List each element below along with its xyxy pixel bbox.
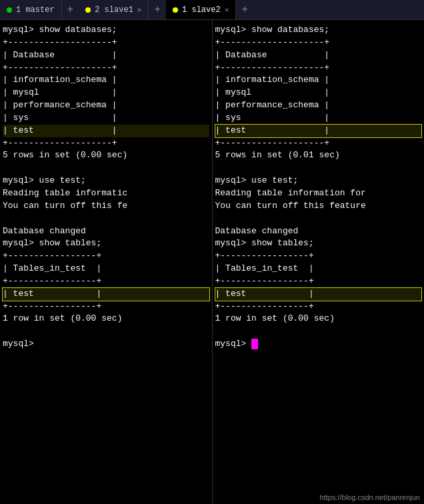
line-l-blank1 — [3, 162, 209, 175]
line-r-14: You can turn off this feature — [215, 200, 422, 213]
pane-right[interactable]: mysql> show databases; +----------------… — [213, 20, 425, 504]
terminal-area: mysql> show databases; +----------------… — [0, 20, 424, 504]
tab-dot-slave2 — [173, 7, 178, 13]
line-r-9: | test | — [215, 125, 422, 137]
line-l-16: mysql> show tables; — [3, 237, 209, 250]
line-l-9: | test | — [3, 125, 209, 137]
line-l-prompt: mysql> — [3, 338, 209, 351]
line-r-18: | Tables_in_test | — [215, 263, 422, 275]
line-l-19: +-----------------+ — [3, 275, 209, 288]
line-r-5: | information_schema | — [215, 74, 422, 87]
line-l-2: +--------------------+ — [3, 37, 209, 49]
tab-master[interactable]: 1 master — [0, 0, 62, 19]
line-l-14: You can turn off this fe — [3, 200, 209, 213]
tab-label-slave1: 2 slave1 — [95, 5, 133, 15]
tab-close-slave1[interactable]: ✕ — [137, 5, 142, 14]
line-r-blank1 — [215, 162, 422, 175]
line-l-5: | information_schema | — [3, 74, 209, 87]
line-r-blank2 — [215, 213, 422, 225]
line-l-15: Database changed — [3, 225, 209, 238]
line-l-7: | performance_schema | — [3, 99, 209, 112]
tab-close-slave2[interactable]: ✕ — [225, 5, 229, 14]
tab-add-1[interactable]: + — [62, 0, 79, 20]
tab-dot-master — [7, 7, 12, 13]
line-r-19: +-----------------+ — [215, 275, 422, 288]
line-r-7: | performance_schema | — [215, 99, 422, 112]
line-r-prompt: mysql> — [215, 338, 422, 351]
line-r-17: +-----------------+ — [215, 250, 422, 263]
line-r-1: mysql> show databases; — [215, 24, 422, 37]
line-l-8: | sys | — [3, 112, 209, 125]
line-r-6: | mysql | — [215, 87, 422, 99]
tab-label-slave2: 1 slave2 — [182, 5, 221, 15]
tab-add-3[interactable]: + — [236, 0, 253, 20]
line-r-3: | Database | — [215, 49, 422, 62]
line-r-2: +--------------------+ — [215, 37, 422, 49]
line-l-blank3 — [3, 325, 209, 338]
line-l-18: | Tables_in_test | — [3, 263, 209, 275]
line-r-15: Database changed — [215, 225, 422, 238]
line-r-20: | test | — [215, 288, 422, 301]
line-l-10: +--------------------+ — [3, 137, 209, 150]
line-l-12: mysql> use test; — [3, 175, 209, 187]
pane-left[interactable]: mysql> show databases; +----------------… — [0, 20, 213, 504]
tab-slave1[interactable]: 2 slave1 ✕ — [79, 0, 149, 19]
tab-label-master: 1 master — [16, 5, 55, 15]
line-r-16: mysql> show tables; — [215, 237, 422, 250]
watermark: https://blog.csdn.net/panrenjun — [320, 493, 420, 501]
line-l-11: 5 rows in set (0.00 sec) — [3, 149, 209, 162]
line-l-22: 1 row in set (0.00 sec) — [3, 313, 209, 325]
tab-add-2[interactable]: + — [149, 0, 166, 20]
tab-slave2[interactable]: 1 slave2 ✕ — [166, 0, 236, 19]
line-l-13: Reading table informatic — [3, 187, 209, 200]
line-l-20: | test | — [3, 288, 209, 301]
line-l-blank2 — [3, 213, 209, 225]
line-l-4: +--------------------+ — [3, 62, 209, 75]
line-r-12: mysql> use test; — [215, 175, 422, 187]
line-r-blank3 — [215, 325, 422, 338]
line-l-17: +-----------------+ — [3, 250, 209, 263]
line-r-22: 1 row in set (0.00 sec) — [215, 313, 422, 325]
line-l-3: | Database | — [3, 49, 209, 62]
line-r-8: | sys | — [215, 112, 422, 125]
cursor — [251, 339, 258, 349]
line-r-13: Reading table information for — [215, 187, 422, 200]
line-r-4: +--------------------+ — [215, 62, 422, 75]
line-l-1: mysql> show databases; — [3, 24, 209, 37]
line-r-11: 5 rows in set (0.01 sec) — [215, 149, 422, 162]
line-l-21: +-----------------+ — [3, 301, 209, 313]
line-l-6: | mysql | — [3, 87, 209, 99]
tab-bar: 1 master + 2 slave1 ✕ + 1 slave2 ✕ + — [0, 0, 424, 20]
line-r-10: +--------------------+ — [215, 137, 422, 150]
line-r-21: +-----------------+ — [215, 301, 422, 313]
tab-dot-slave1 — [85, 7, 91, 13]
